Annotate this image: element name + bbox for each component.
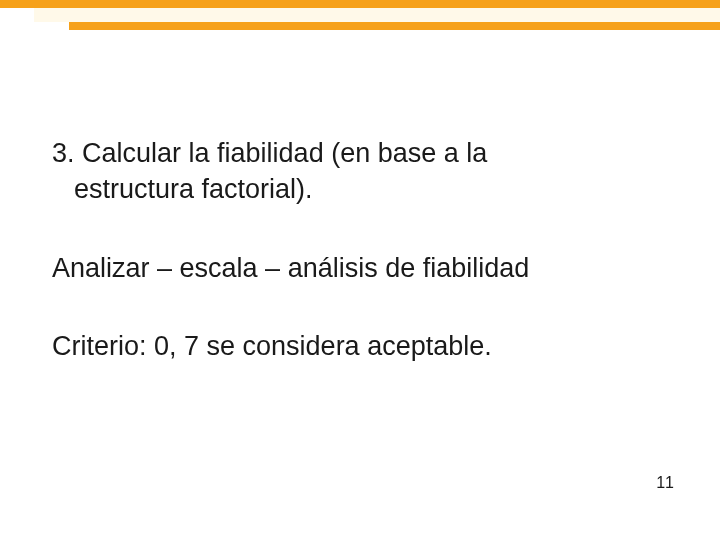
body-paragraph-1-line-1: 3. Calcular la fiabilidad (en base a la <box>52 138 487 168</box>
body-paragraph-2: Analizar – escala – análisis de fiabilid… <box>52 250 662 286</box>
page-number: 11 <box>656 474 674 492</box>
header-bar-bottom <box>69 22 720 30</box>
header-bar-top <box>0 0 720 8</box>
slide-body: 3. Calcular la fiabilidad (en base a la … <box>52 135 662 407</box>
body-paragraph-1-line-2: estructura factorial). <box>52 171 662 207</box>
header-bar-middle <box>34 8 720 22</box>
body-paragraph-1: 3. Calcular la fiabilidad (en base a la … <box>52 135 662 208</box>
body-paragraph-3: Criterio: 0, 7 se considera aceptable. <box>52 328 662 364</box>
